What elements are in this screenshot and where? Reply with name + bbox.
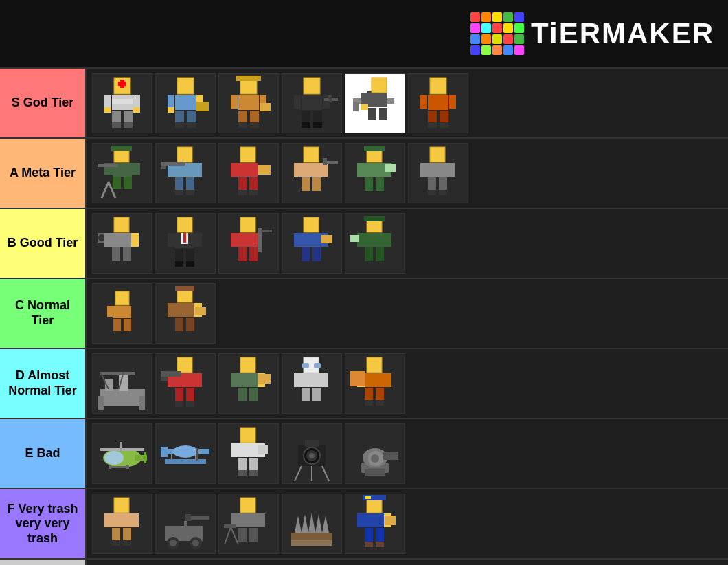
- svg-rect-48: [372, 78, 387, 93]
- svg-rect-211: [144, 452, 146, 463]
- tier-row-d: D Almost Normal Tier: [0, 349, 728, 419]
- svg-line-239: [295, 466, 302, 481]
- character-orange: [411, 74, 466, 133]
- list-item: [218, 73, 279, 133]
- svg-rect-76: [161, 162, 185, 166]
- svg-rect-53: [379, 108, 387, 120]
- tier-label-b: B Good Tier: [0, 209, 87, 278]
- character-blue2: [284, 214, 339, 273]
- character-medic: [95, 74, 150, 133]
- svg-rect-129: [186, 249, 194, 263]
- svg-rect-134: [231, 233, 238, 247]
- svg-rect-121: [123, 247, 131, 261]
- list-item: [218, 353, 279, 414]
- svg-rect-229: [258, 445, 268, 454]
- list-item: [92, 353, 152, 414]
- svg-rect-6: [133, 95, 140, 109]
- svg-rect-85: [258, 165, 271, 175]
- svg-point-117: [98, 234, 105, 241]
- svg-rect-103: [385, 164, 396, 172]
- svg-rect-252: [131, 513, 139, 527]
- tier-label-e: E Bad: [0, 419, 87, 488]
- svg-rect-104: [365, 177, 373, 191]
- svg-rect-125: [183, 233, 186, 243]
- logo-cell: [503, 34, 513, 44]
- logo-cell: [470, 45, 480, 55]
- svg-rect-25: [238, 95, 259, 110]
- svg-rect-70: [113, 177, 121, 189]
- list-item: [345, 423, 405, 484]
- svg-rect-195: [302, 373, 321, 387]
- svg-rect-189: [258, 374, 271, 384]
- biplane: [158, 425, 213, 483]
- svg-rect-79: [186, 177, 194, 191]
- logo-cell: [481, 34, 491, 44]
- character-red: [221, 144, 276, 203]
- svg-rect-230: [238, 458, 247, 472]
- character-gun-soldier: [158, 144, 213, 203]
- svg-rect-266: [238, 513, 258, 527]
- svg-rect-144: [302, 247, 310, 261]
- svg-rect-49: [368, 93, 387, 107]
- svg-rect-291: [376, 542, 384, 547]
- svg-rect-280: [291, 540, 332, 546]
- list-item: [155, 353, 216, 414]
- character-green2: [348, 144, 402, 203]
- svg-marker-279: [322, 516, 329, 533]
- svg-rect-33: [304, 78, 320, 94]
- list-item: [155, 213, 216, 274]
- svg-rect-119: [131, 233, 139, 247]
- character-gray2: [221, 495, 276, 553]
- character-rifle: [221, 214, 276, 273]
- tier-content-b: [87, 209, 728, 278]
- svg-rect-193: [302, 363, 309, 368]
- svg-rect-7: [104, 107, 111, 113]
- svg-rect-150: [384, 233, 391, 247]
- svg-line-270: [231, 527, 238, 544]
- svg-rect-14: [175, 95, 196, 110]
- svg-rect-265: [240, 498, 255, 513]
- list-item: [92, 73, 152, 133]
- svg-rect-223: [196, 448, 198, 461]
- logo-cell: [481, 45, 491, 55]
- svg-rect-271: [224, 524, 236, 528]
- svg-rect-80: [175, 190, 183, 195]
- svg-line-68: [102, 182, 109, 198]
- svg-rect-99: [364, 146, 385, 151]
- svg-rect-200: [367, 357, 382, 373]
- turret: [348, 425, 402, 483]
- list-item: [155, 143, 216, 203]
- tier-content-a: [87, 139, 728, 208]
- svg-rect-61: [440, 122, 448, 128]
- character-gray: [411, 144, 466, 203]
- svg-rect-225: [240, 428, 255, 443]
- character-suit: [158, 214, 213, 273]
- list-item: [345, 143, 405, 203]
- svg-rect-215: [109, 466, 129, 468]
- svg-rect-264: [184, 521, 187, 528]
- svg-rect-227: [231, 443, 238, 457]
- svg-point-261: [192, 540, 199, 546]
- character-sniper-tripod: [95, 144, 150, 203]
- svg-rect-28: [260, 103, 271, 111]
- svg-rect-263: [185, 514, 191, 521]
- svg-rect-52: [368, 108, 376, 120]
- svg-rect-175: [177, 357, 192, 373]
- svg-rect-253: [112, 528, 120, 542]
- svg-rect-156: [107, 306, 113, 317]
- list-item: [92, 423, 152, 484]
- svg-rect-179: [161, 371, 181, 377]
- svg-rect-86: [238, 177, 247, 191]
- svg-point-259: [170, 540, 177, 546]
- svg-rect-132: [240, 217, 255, 232]
- svg-rect-160: [175, 286, 194, 291]
- logo-cell: [481, 23, 491, 33]
- svg-rect-287: [385, 516, 396, 525]
- tier-label-d: D Almost Normal Tier: [0, 349, 87, 418]
- list-item: [282, 143, 342, 203]
- svg-rect-208: [376, 400, 384, 406]
- svg-rect-90: [304, 147, 319, 162]
- svg-rect-249: [114, 498, 129, 513]
- svg-rect-143: [321, 235, 332, 243]
- tier-row-f: F Very trash very very trash: [0, 489, 728, 560]
